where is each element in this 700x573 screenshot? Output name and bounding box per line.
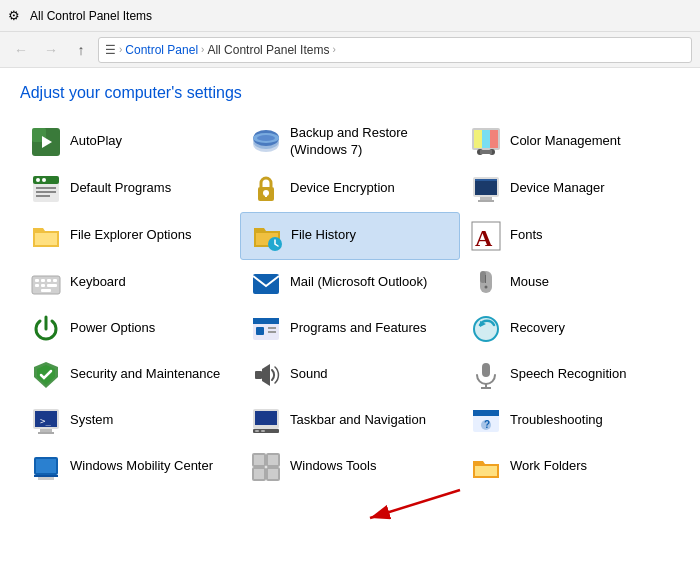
item-power-options[interactable]: Power Options xyxy=(20,306,240,352)
svg-rect-42 xyxy=(53,279,57,282)
item-mail[interactable]: Mail (Microsoft Outlook) xyxy=(240,260,460,306)
item-backup-restore[interactable]: Backup and Restore (Windows 7) xyxy=(240,118,460,166)
breadcrumb-sep2: › xyxy=(201,44,204,55)
svg-rect-27 xyxy=(475,179,497,195)
work-folders-label: Work Folders xyxy=(510,458,587,475)
svg-point-7 xyxy=(257,135,275,141)
item-mouse[interactable]: Mouse xyxy=(460,260,680,306)
backup-restore-icon xyxy=(250,126,282,158)
svg-rect-25 xyxy=(265,193,267,197)
item-speech-recognition[interactable]: Speech Recognition xyxy=(460,352,680,398)
item-recovery[interactable]: Recovery xyxy=(460,306,680,352)
device-encryption-label: Device Encryption xyxy=(290,180,395,197)
item-fonts[interactable]: AFonts xyxy=(460,212,680,260)
breadcrumb[interactable]: ☰ › Control Panel › All Control Panel It… xyxy=(98,37,692,63)
svg-rect-28 xyxy=(475,179,497,181)
backup-restore-label: Backup and Restore (Windows 7) xyxy=(290,125,450,159)
security-maintenance-icon xyxy=(30,359,62,391)
svg-rect-55 xyxy=(268,327,276,329)
autoplay-label: AutoPlay xyxy=(70,133,122,150)
item-keyboard[interactable]: Keyboard xyxy=(20,260,240,306)
svg-rect-90 xyxy=(268,455,278,465)
back-button[interactable]: ← xyxy=(8,37,34,63)
svg-rect-15 xyxy=(480,150,492,154)
svg-rect-62 xyxy=(255,371,262,379)
svg-rect-54 xyxy=(256,327,264,335)
windows-tools-icon xyxy=(250,451,282,483)
svg-rect-70 xyxy=(38,432,54,434)
svg-rect-89 xyxy=(254,455,264,465)
forward-button[interactable]: → xyxy=(38,37,64,63)
svg-rect-83 xyxy=(34,475,58,477)
item-device-encryption[interactable]: Device Encryption xyxy=(240,166,460,212)
speech-recognition-icon xyxy=(470,359,502,391)
item-system[interactable]: >_System xyxy=(20,398,240,444)
work-folders-icon xyxy=(470,451,502,483)
item-windows-mobility-center[interactable]: Windows Mobility Center xyxy=(20,444,240,490)
file-explorer-options-icon xyxy=(30,220,62,252)
system-label: System xyxy=(70,412,113,429)
svg-point-19 xyxy=(42,178,46,182)
svg-marker-63 xyxy=(262,364,270,386)
troubleshooting-icon: ? xyxy=(470,405,502,437)
windows-mobility-center-icon xyxy=(30,451,62,483)
svg-rect-20 xyxy=(36,187,56,189)
fonts-label: Fonts xyxy=(510,227,543,244)
svg-rect-75 xyxy=(255,430,259,432)
svg-rect-29 xyxy=(480,197,492,200)
programs-features-label: Programs and Features xyxy=(290,320,427,337)
item-sound[interactable]: Sound xyxy=(240,352,460,398)
item-default-programs[interactable]: Default Programs xyxy=(20,166,240,212)
default-programs-icon xyxy=(30,173,62,205)
taskbar-navigation-label: Taskbar and Navigation xyxy=(290,412,426,429)
troubleshooting-label: Troubleshooting xyxy=(510,412,603,429)
svg-rect-46 xyxy=(47,284,57,287)
up-button[interactable]: ↑ xyxy=(68,37,94,63)
item-file-explorer-options[interactable]: File Explorer Options xyxy=(20,212,240,260)
svg-rect-31 xyxy=(35,233,57,245)
svg-rect-53 xyxy=(253,318,279,324)
power-options-icon xyxy=(30,313,62,345)
windows-mobility-center-label: Windows Mobility Center xyxy=(70,458,213,475)
security-maintenance-label: Security and Maintenance xyxy=(70,366,220,383)
svg-rect-44 xyxy=(41,284,45,287)
svg-rect-69 xyxy=(40,429,52,432)
svg-rect-12 xyxy=(490,130,498,148)
item-autoplay[interactable]: AutoPlay xyxy=(20,118,240,166)
svg-rect-45 xyxy=(41,289,51,292)
item-security-maintenance[interactable]: Security and Maintenance xyxy=(20,352,240,398)
item-file-history[interactable]: File History xyxy=(240,212,460,260)
item-troubleshooting[interactable]: ?Troubleshooting xyxy=(460,398,680,444)
breadcrumb-control-panel[interactable]: Control Panel xyxy=(125,43,198,57)
svg-rect-41 xyxy=(47,279,51,282)
sound-icon xyxy=(250,359,282,391)
svg-rect-47 xyxy=(253,274,279,294)
device-manager-label: Device Manager xyxy=(510,180,605,197)
svg-rect-76 xyxy=(261,430,265,432)
title-bar: ⚙ All Control Panel Items xyxy=(0,0,700,32)
keyboard-label: Keyboard xyxy=(70,274,126,291)
svg-rect-92 xyxy=(268,469,278,479)
svg-rect-22 xyxy=(36,195,50,197)
svg-rect-39 xyxy=(35,279,39,282)
svg-rect-30 xyxy=(478,200,494,202)
taskbar-navigation-icon xyxy=(250,405,282,437)
breadcrumb-icon: ☰ xyxy=(105,43,116,57)
mouse-icon xyxy=(470,267,502,299)
svg-rect-78 xyxy=(473,410,499,416)
breadcrumb-sep3: › xyxy=(332,44,335,55)
item-work-folders[interactable]: Work Folders xyxy=(460,444,680,490)
svg-text:>_: >_ xyxy=(40,416,51,426)
device-manager-icon xyxy=(470,173,502,205)
item-taskbar-navigation[interactable]: Taskbar and Navigation xyxy=(240,398,460,444)
item-windows-tools[interactable]: Windows Tools xyxy=(240,444,460,490)
page-content: Adjust your computer's settings AutoPlay… xyxy=(0,68,700,506)
item-color-management[interactable]: Color Management xyxy=(460,118,680,166)
item-device-manager[interactable]: Device Manager xyxy=(460,166,680,212)
item-programs-features[interactable]: Programs and Features xyxy=(240,306,460,352)
recovery-label: Recovery xyxy=(510,320,565,337)
window-title: All Control Panel Items xyxy=(30,9,152,23)
power-options-label: Power Options xyxy=(70,320,155,337)
svg-rect-91 xyxy=(254,469,264,479)
svg-text:A: A xyxy=(475,225,493,251)
